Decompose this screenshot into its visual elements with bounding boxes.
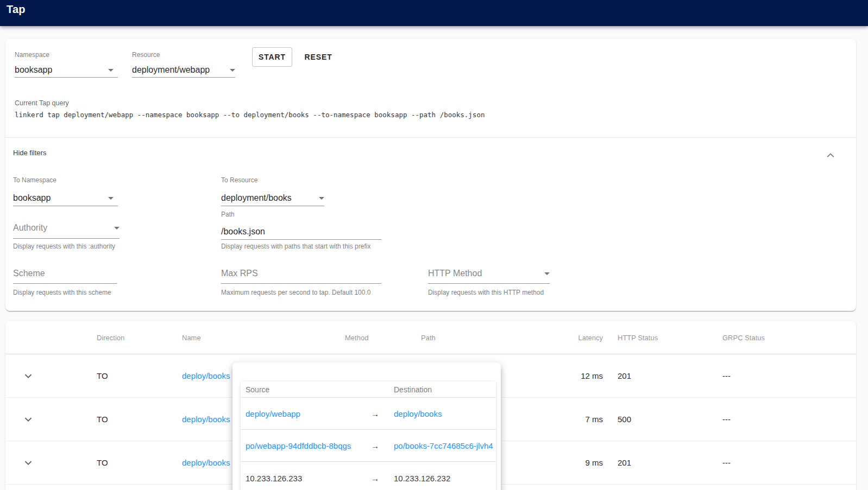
to-namespace-select[interactable]: To Namespace booksapp (13, 176, 118, 206)
right-arrow-icon: → (363, 474, 387, 483)
grpc-status-cell: --- (713, 415, 856, 424)
resource-link[interactable]: deploy/books (182, 415, 230, 424)
destination-link[interactable]: deploy/books (394, 409, 442, 418)
source-link[interactable]: deploy/webapp (246, 409, 300, 418)
chevron-down-icon (22, 457, 34, 469)
max-rps-helper: Maximum requests per second to tap. Defa… (221, 289, 381, 296)
latency-cell: 9 ms (540, 458, 603, 467)
chevron-down-icon (114, 227, 119, 230)
authority-helper: Display requests with this :authority (13, 243, 119, 250)
http-status-cell: 500 (603, 415, 713, 424)
http-status-column-header: HTTP Status (603, 334, 713, 342)
http-method-placeholder: HTTP Method (428, 268, 482, 278)
source-ip: 10.233.126.233 (246, 474, 302, 483)
hide-filters-toggle[interactable]: Hide filters (13, 149, 46, 157)
popover-row: po/webapp-94dfddbcb-8bqgs → po/books-7cc… (241, 430, 496, 462)
destination-ip: 10.233.126.232 (394, 474, 450, 483)
resource-label: Resource (132, 51, 235, 59)
to-namespace-value: booksapp (13, 193, 51, 203)
popover-header-row: Source Destination (241, 381, 496, 398)
direction-cell: TO (60, 371, 139, 380)
latency-cell: 12 ms (540, 371, 603, 380)
authority-select[interactable]: Authority Display requests with this :au… (13, 222, 119, 250)
current-query-command: linkerd tap deployment/webapp --namespac… (15, 111, 485, 119)
direction-column-header: Direction (60, 334, 139, 342)
chevron-down-icon (108, 69, 114, 72)
grpc-status-cell: --- (713, 371, 856, 380)
path-input[interactable]: Path /books.json Display requests with p… (221, 211, 381, 250)
to-resource-select[interactable]: To Resource deployment/books (221, 176, 324, 206)
current-query-label: Current Tap query (15, 99, 69, 107)
page-title: Tap (7, 3, 26, 16)
chevron-down-icon (22, 413, 34, 425)
source-link[interactable]: po/webapp-94dfddbcb-8bqgs (246, 441, 351, 450)
latency-column-header: Latency (540, 334, 603, 342)
collapse-filters-button[interactable] (825, 150, 836, 159)
authority-placeholder: Authority (13, 222, 47, 233)
namespace-value: booksapp (15, 65, 52, 75)
path-column-header: Path (383, 334, 540, 342)
tap-query-card: Namespace booksapp Resource deployment/w… (5, 39, 856, 311)
scheme-helper: Display requests with this scheme (13, 289, 117, 296)
grpc-status-cell: --- (713, 458, 856, 467)
name-column-header: Name (139, 334, 307, 342)
resource-link[interactable]: deploy/books (182, 371, 230, 380)
direction-cell: TO (60, 415, 139, 424)
method-column-header: Method (307, 334, 383, 342)
tap-event-popover: Source Destination deploy/webapp → deplo… (232, 362, 501, 490)
grpc-status-column-header: GRPC Status (713, 334, 856, 342)
to-namespace-label: To Namespace (13, 176, 118, 184)
path-helper: Display requests with paths that start w… (221, 243, 381, 250)
destination-link[interactable]: po/books-7cc74685c6-jlvh4 (394, 441, 493, 450)
right-arrow-icon: → (363, 441, 387, 450)
popover-row: deploy/webapp → deploy/books (241, 398, 496, 430)
resource-link[interactable]: deploy/books (182, 458, 230, 467)
expand-row-button[interactable] (5, 370, 60, 382)
direction-cell: TO (60, 458, 139, 467)
app-bar: Tap (0, 0, 868, 26)
http-status-cell: 201 (603, 458, 713, 467)
chevron-down-icon (544, 272, 550, 275)
expand-row-button[interactable] (5, 457, 60, 469)
scheme-input[interactable]: Scheme Display requests with this scheme (13, 268, 117, 296)
max-rps-input[interactable]: Max RPS Maximum requests per second to t… (221, 268, 381, 296)
right-arrow-icon: → (363, 409, 387, 418)
max-rps-placeholder: Max RPS (221, 268, 258, 278)
results-header-row: Direction Name Method Path Latency HTTP … (5, 321, 856, 354)
destination-column-header: Destination (387, 385, 496, 394)
http-method-select[interactable]: HTTP Method Display requests with this H… (428, 268, 550, 296)
to-resource-value: deployment/books (221, 193, 292, 203)
namespace-select[interactable]: Namespace booksapp (15, 51, 118, 78)
http-status-cell: 201 (603, 371, 713, 380)
http-method-helper: Display requests with this HTTP method (428, 289, 550, 296)
chevron-down-icon (230, 69, 235, 72)
chevron-down-icon (319, 197, 324, 200)
divider (5, 137, 856, 138)
expand-row-button[interactable] (5, 413, 60, 425)
source-column-header: Source (241, 385, 363, 394)
resource-select[interactable]: Resource deployment/webapp (132, 51, 235, 78)
path-label: Path (221, 211, 381, 219)
chevron-down-icon (22, 370, 34, 382)
resource-value: deployment/webapp (132, 65, 210, 75)
reset-button[interactable]: RESET (299, 47, 337, 67)
scheme-placeholder: Scheme (13, 268, 45, 278)
tap-page: Tap Namespace booksapp Resource deployme… (0, 0, 868, 490)
chevron-up-icon (825, 150, 836, 159)
chevron-down-icon (108, 197, 114, 200)
path-value: /books.json (221, 226, 265, 237)
source-destination-table: Source Destination deploy/webapp → deplo… (241, 381, 496, 490)
to-resource-label: To Resource (221, 176, 324, 184)
namespace-label: Namespace (15, 51, 118, 59)
start-button[interactable]: START (252, 47, 292, 67)
popover-row: 10.233.126.233 → 10.233.126.232 (241, 462, 496, 490)
latency-cell: 7 ms (540, 415, 603, 424)
